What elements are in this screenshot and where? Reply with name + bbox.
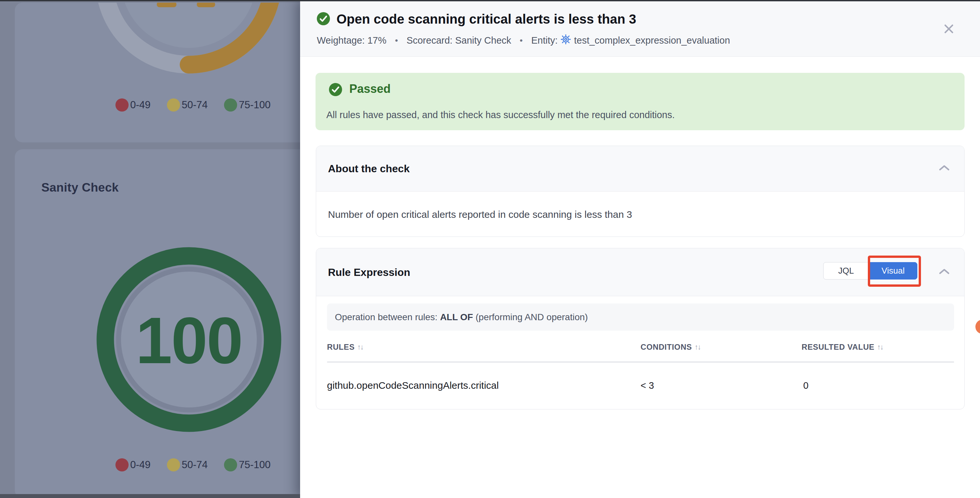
screen-top-edge xyxy=(0,0,980,1)
gauge-score-value: 100 xyxy=(107,308,271,373)
gauge-legend: 0-49 50-74 75-100 xyxy=(115,458,270,471)
sort-icon[interactable]: ↑↓ xyxy=(877,343,883,352)
check-title: Open code scanning critical alerts is le… xyxy=(337,12,636,27)
legend-item: 0-49 xyxy=(115,458,151,471)
operation-type: ALL OF xyxy=(440,312,473,323)
visual-toggle-button[interactable]: Visual xyxy=(869,262,917,280)
condition-cell: < 3 xyxy=(641,379,654,392)
sort-icon[interactable]: ↑↓ xyxy=(357,343,363,352)
legend-label: 75-100 xyxy=(239,459,270,471)
legend-item: 50-74 xyxy=(167,458,208,471)
passed-check-icon xyxy=(329,83,342,97)
drawer-header: Open code scanning critical alerts is le… xyxy=(300,0,980,57)
sort-icon[interactable]: ↑↓ xyxy=(695,343,700,352)
legend-dot-green xyxy=(224,99,237,111)
legend-item: 75-100 xyxy=(224,99,270,111)
jql-toggle-button[interactable]: JQL xyxy=(823,262,869,280)
check-meta-row: Weightage: 17% • Scorecard: Sanity Check… xyxy=(317,35,730,46)
entity-meta: Entity: test_complex_expression_evaluati… xyxy=(531,35,730,46)
legend-label: 50-74 xyxy=(182,99,208,111)
column-header-resulted-value[interactable]: RESULTED VALUE ↑↓ xyxy=(802,340,883,354)
check-passed-icon xyxy=(317,12,330,27)
bullet-separator: • xyxy=(520,35,523,46)
entity-label: Entity: xyxy=(531,35,558,46)
column-header-rules[interactable]: RULES ↑↓ xyxy=(327,340,363,354)
legend-item: 50-74 xyxy=(167,99,208,111)
weightage-value: Weightage: 17% xyxy=(317,35,387,46)
about-check-card: About the check Number of open critical … xyxy=(316,146,964,237)
close-drawer-button[interactable] xyxy=(942,22,956,36)
legend-dot-yellow xyxy=(167,458,180,471)
bullet-separator: • xyxy=(395,35,398,46)
legend-label: 0-49 xyxy=(130,459,151,471)
column-label: CONDITIONS xyxy=(641,342,692,352)
status-description: All rules have passed, and this check ha… xyxy=(326,110,675,120)
column-label: RULES xyxy=(327,342,355,352)
operation-prefix: Operation between rules: xyxy=(335,312,440,323)
rule-expression-card: Rule Expression JQL Visual Operation bet… xyxy=(316,248,964,409)
legend-label: 50-74 xyxy=(182,459,208,471)
legend-dot-green xyxy=(224,458,237,471)
table-divider xyxy=(327,361,954,363)
screen-bottom-edge xyxy=(0,494,300,498)
dimmed-backdrop: 0-49 50-74 75-100 Sanity Check 100 0-49 … xyxy=(0,0,300,498)
status-title: Passed xyxy=(349,82,391,96)
collapse-chevron-icon[interactable] xyxy=(939,165,950,173)
legend-label: 0-49 xyxy=(130,99,151,111)
legend-item: 75-100 xyxy=(224,458,270,471)
legend-item: 0-49 xyxy=(115,99,151,111)
expression-mode-toggle: JQL Visual xyxy=(823,262,917,280)
column-label: RESULTED VALUE xyxy=(802,342,874,352)
legend-dot-yellow xyxy=(167,99,180,111)
gauge-value-cutoff xyxy=(197,3,215,7)
about-card-body: Number of open critical alerts reported … xyxy=(328,192,632,237)
operation-between-rules-bar: Operation between rules: ALL OF (perform… xyxy=(327,304,954,331)
status-banner-passed: Passed All rules have passed, and this c… xyxy=(315,73,964,130)
rule-card-title: Rule Expression xyxy=(328,266,410,278)
legend-label: 75-100 xyxy=(239,99,270,111)
legend-dot-red xyxy=(115,458,129,471)
resulted-value-cell: 0 xyxy=(803,379,808,392)
about-card-header: About the check xyxy=(316,146,964,192)
gauge-legend: 0-49 50-74 75-100 xyxy=(115,99,270,111)
scorecard-value: Scorecard: Sanity Check xyxy=(406,35,511,46)
about-card-title: About the check xyxy=(328,163,410,175)
rule-card-header: Rule Expression JQL Visual xyxy=(316,248,964,296)
operation-suffix: (performing AND operation) xyxy=(473,312,588,323)
check-details-drawer: Open code scanning critical alerts is le… xyxy=(300,0,980,498)
entity-name-link[interactable]: test_complex_expression_evaluation xyxy=(574,35,730,46)
gauge-value-cutoff xyxy=(157,3,177,7)
blueprint-gear-icon xyxy=(561,35,571,46)
rule-cell: github.openCodeScanningAlerts.critical xyxy=(327,379,499,392)
legend-dot-red xyxy=(115,99,129,111)
column-header-conditions[interactable]: CONDITIONS ↑↓ xyxy=(641,340,700,354)
collapse-chevron-icon[interactable] xyxy=(939,268,950,276)
